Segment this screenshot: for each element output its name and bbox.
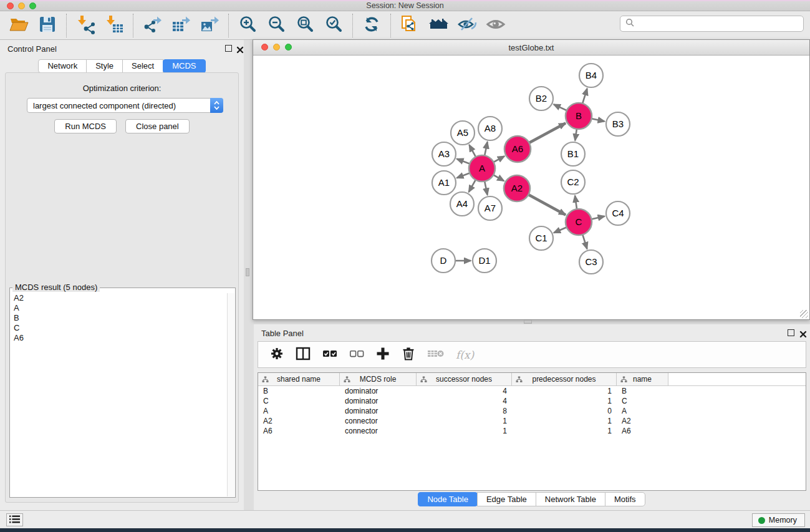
table-row[interactable]: A2connector11A2 [258, 416, 806, 426]
graph-node-B4[interactable]: B4 [579, 64, 603, 87]
close-table-panel-icon[interactable] [799, 329, 807, 337]
graph-node-C2[interactable]: C2 [561, 170, 585, 194]
zoom-selected-button[interactable] [322, 14, 345, 37]
add-row-button[interactable] [375, 346, 390, 364]
export-image-icon [200, 14, 219, 37]
export-table-button[interactable] [170, 14, 192, 37]
float-panel-icon[interactable] [225, 45, 232, 52]
graph-node-A2[interactable]: A2 [504, 175, 530, 201]
control-panel-title: Control Panel [7, 44, 57, 54]
column-header-successor-nodes[interactable]: successor nodes [417, 373, 512, 385]
graph-node-A7[interactable]: A7 [478, 196, 502, 220]
mcds-result-item[interactable]: A2 [11, 293, 227, 303]
unselect-all-button[interactable] [349, 346, 365, 364]
graph-node-A8[interactable]: A8 [478, 117, 502, 140]
import-table-button[interactable] [103, 14, 125, 37]
table-cell: 0 [512, 406, 617, 416]
refresh-button[interactable] [360, 14, 383, 37]
split-table-button[interactable] [295, 346, 311, 364]
mcds-result-item[interactable]: C [11, 323, 227, 333]
column-type-icon [420, 376, 427, 383]
float-table-panel-icon[interactable] [788, 329, 794, 336]
tab-node-table[interactable]: Node Table [418, 492, 478, 506]
search-field[interactable] [620, 16, 804, 32]
graph-node-A[interactable]: A [469, 155, 495, 181]
mcds-result-item[interactable]: B [11, 313, 227, 323]
table-row[interactable]: Cdominator41C [258, 396, 806, 406]
graph-node-D[interactable]: D [432, 249, 455, 273]
table-row[interactable]: Adominator80A [258, 406, 806, 416]
select-all-button[interactable] [322, 346, 338, 364]
delete-column-button[interactable] [427, 347, 445, 363]
graph-node-A5[interactable]: A5 [451, 121, 475, 145]
delete-row-button[interactable] [401, 346, 416, 364]
zoom-out-button[interactable] [265, 14, 287, 37]
export-image-button[interactable] [198, 14, 221, 37]
home-button[interactable] [427, 14, 450, 37]
graph-node-C3[interactable]: C3 [579, 250, 603, 274]
graph-node-C1[interactable]: C1 [529, 226, 553, 250]
clone-network-button[interactable] [398, 14, 421, 37]
graph-node-B1[interactable]: B1 [561, 142, 585, 166]
network-title: testGlobe.txt [253, 43, 809, 52]
table-settings-button[interactable] [269, 346, 284, 364]
graph-node-B3[interactable]: B3 [606, 112, 630, 136]
horizontal-split-handle[interactable] [524, 320, 532, 324]
mcds-result-list[interactable]: A2ABCA6 [11, 293, 227, 496]
zoom-in-button[interactable] [236, 14, 259, 37]
resize-grip[interactable] [800, 310, 808, 318]
tab-network[interactable]: Network [38, 59, 87, 73]
node-label: A3 [438, 148, 450, 159]
table-cell: 4 [417, 386, 512, 396]
table-row[interactable]: Bdominator41B [258, 386, 806, 396]
tab-network-table[interactable]: Network Table [536, 492, 605, 506]
mcds-list-scrollbar[interactable] [227, 293, 234, 496]
memory-button[interactable]: Memory [752, 513, 805, 527]
graph-node-B[interactable]: B [566, 103, 592, 129]
tab-style[interactable]: Style [86, 59, 123, 73]
graph-node-B2[interactable]: B2 [529, 87, 553, 110]
network-canvas[interactable]: B4B2BB3A8A5A6B1A3AC2A1A2A4A7C4CC1C3DD1 [253, 56, 809, 319]
tab-motifs[interactable]: Motifs [605, 492, 645, 506]
graph-node-A1[interactable]: A1 [432, 171, 456, 195]
mcds-result-item[interactable]: A6 [11, 333, 227, 343]
graph-node-C4[interactable]: C4 [606, 201, 630, 225]
run-mcds-button[interactable]: Run MCDS [54, 119, 117, 133]
network-window-titlebar[interactable]: testGlobe.txt [253, 40, 809, 56]
column-header-shared-name[interactable]: shared name [258, 373, 340, 385]
save-session-button[interactable] [36, 14, 59, 37]
table-cell: dominator [340, 386, 417, 396]
tab-edge-table[interactable]: Edge Table [477, 492, 536, 506]
tab-select[interactable]: Select [122, 59, 163, 73]
table-row[interactable]: A6connector11A6 [258, 426, 806, 436]
graph-node-A4[interactable]: A4 [450, 192, 474, 216]
vertical-split-handle[interactable] [246, 268, 249, 276]
close-panel-icon[interactable] [236, 45, 244, 52]
network-view-window: testGlobe.txt B4B2BB3A8A5A6B1A3AC2A1A2A4… [253, 39, 810, 320]
zoom-fit-button[interactable] [294, 14, 316, 37]
column-header-MCDS-role[interactable]: MCDS role [340, 373, 417, 385]
node-table[interactable]: shared nameMCDS rolesuccessor nodesprede… [258, 372, 806, 491]
node-label: A2 [511, 183, 523, 193]
network-graph[interactable]: B4B2BB3A8A5A6B1A3AC2A1A2A4A7C4CC1C3DD1 [253, 56, 809, 319]
desktop-background [0, 528, 810, 532]
graph-node-C[interactable]: C [566, 209, 592, 235]
open-session-button[interactable] [7, 14, 30, 37]
column-header-predecessor-nodes[interactable]: predecessor nodes [512, 373, 617, 385]
hide-selected-button[interactable] [456, 14, 478, 37]
task-history-button[interactable] [6, 513, 23, 526]
graph-node-A3[interactable]: A3 [432, 142, 456, 166]
graph-node-D1[interactable]: D1 [473, 249, 496, 273]
tab-mcds[interactable]: MCDS [163, 59, 205, 73]
show-all-button[interactable] [485, 14, 507, 37]
search-input[interactable] [638, 19, 798, 29]
apply-function-button[interactable]: f(x) [456, 349, 474, 361]
export-network-button[interactable] [141, 14, 163, 37]
column-header-name[interactable]: name [617, 373, 668, 385]
criterion-select[interactable]: largest connected component (directed) [27, 98, 223, 113]
node-label: A8 [485, 123, 496, 133]
import-network-button[interactable] [74, 14, 97, 37]
close-panel-button[interactable]: Close panel [125, 119, 190, 133]
graph-node-A6[interactable]: A6 [504, 136, 531, 162]
mcds-result-item[interactable]: A [11, 303, 227, 313]
